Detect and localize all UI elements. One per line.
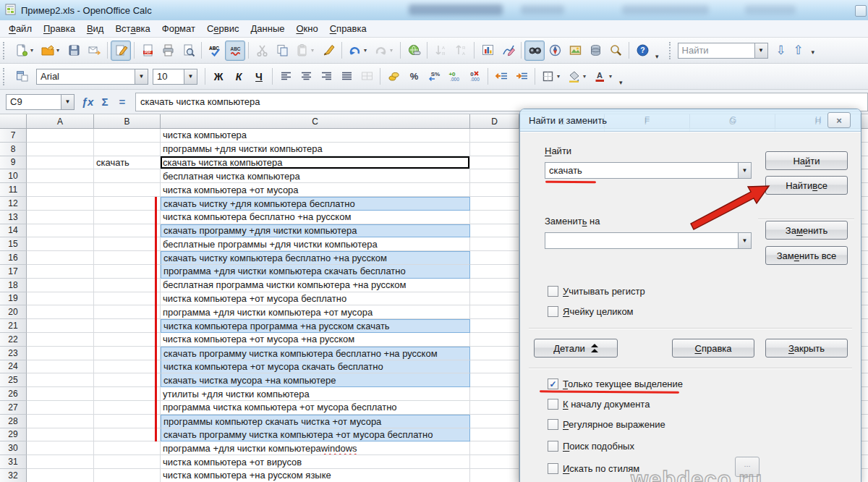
cell-A7[interactable] [27,129,94,143]
cell-A31[interactable] [27,455,94,469]
row-header-17[interactable]: 17 [0,265,27,279]
toolbar-handle[interactable] [3,68,8,85]
menu-окно[interactable]: Окно [290,21,323,36]
chevron-down-icon[interactable]: ▼ [738,163,751,178]
cell-B26[interactable] [94,387,161,401]
row-header-11[interactable]: 11 [0,183,27,197]
font-color-icon[interactable]: A▾ [590,67,616,87]
cell-C25[interactable]: скачать чистка мусора +на компьютере [161,373,470,387]
cell-A11[interactable] [27,183,94,197]
gallery-icon[interactable] [565,41,585,61]
cell-I9[interactable] [861,156,868,170]
cell-C28[interactable]: программы компьютер скачать чистка +от м… [161,415,470,428]
cell-A30[interactable] [27,441,94,455]
row-header-16[interactable]: 16 [0,251,27,265]
row-header-30[interactable]: 30 [0,441,27,455]
cell-B16[interactable] [94,251,161,265]
row-header-29[interactable]: 29 [0,428,27,442]
cell-I26[interactable] [861,387,868,401]
cell-C20[interactable]: программа +для чистки компьютера +от мус… [161,305,470,319]
cell-D7[interactable] [470,129,519,143]
italic-icon[interactable]: К [229,67,249,87]
percent-format-icon[interactable]: % [404,67,424,87]
replace-button[interactable]: Заменить [765,221,848,240]
align-center-icon[interactable] [296,67,316,87]
cell-C14[interactable]: скачать программу +для чистки компьютера [161,224,470,238]
menu-файл[interactable]: Файл [3,21,38,36]
find-button[interactable]: Найти [765,151,848,170]
cell-D31[interactable] [470,455,519,469]
cell-D21[interactable] [470,319,519,333]
cell-I17[interactable] [861,265,868,279]
chevron-down-icon[interactable]: ▼ [754,43,767,58]
replace-input[interactable]: ▼ [545,232,752,249]
cell-D14[interactable] [470,224,519,238]
help-button[interactable]: Справка [672,339,754,358]
cell-A23[interactable] [27,347,94,360]
row-header-20[interactable]: 20 [0,305,27,319]
cell-I28[interactable] [861,415,868,428]
background-color-icon[interactable]: ▾ [564,67,590,87]
row-header-21[interactable]: 21 [0,319,27,333]
find-replace-icon[interactable] [524,41,545,61]
cell-C12[interactable]: скачать чистку +для компьютера бесплатно [161,197,470,211]
row-header-23[interactable]: 23 [0,347,27,360]
dropdown-arrow-icon[interactable]: ▾ [556,73,562,80]
menu-данные[interactable]: Данные [244,21,290,36]
sort-ascending-icon[interactable]: АЯ [430,41,451,61]
cell-I20[interactable] [861,305,868,319]
cell-B15[interactable] [94,237,161,251]
cell-D23[interactable] [470,347,519,360]
row-header-10[interactable]: 10 [0,169,27,183]
sum-icon[interactable]: Σ [96,96,114,108]
cell-I16[interactable] [861,251,868,265]
cell-A15[interactable] [27,237,94,251]
cell-B18[interactable] [94,279,161,292]
cell-C16[interactable]: скачать чистку компьютера бесплатно +на … [161,251,470,265]
checkbox-box[interactable] [548,463,558,474]
cell-I23[interactable] [861,347,868,360]
checkbox-к-началу-документа[interactable]: К началу документа [548,399,650,410]
chevron-down-icon[interactable]: ▼ [61,95,74,109]
cell-B21[interactable] [94,319,161,333]
zoom-icon[interactable] [605,41,626,61]
dropdown-arrow-icon[interactable]: ▾ [388,47,395,54]
toolbar-overflow-icon[interactable]: ▾ [812,48,815,59]
auto-spellcheck-icon[interactable]: ABC [225,41,245,61]
details-button[interactable]: Детали [534,339,618,358]
cell-B8[interactable] [94,143,161,156]
cell-A28[interactable] [27,415,94,428]
checkbox-box[interactable] [548,441,558,452]
cell-D19[interactable] [470,292,519,306]
cell-D26[interactable] [470,387,519,401]
cell-B9[interactable]: скачать [94,156,161,170]
cell-I21[interactable] [861,319,868,333]
cell-D29[interactable] [470,428,519,442]
cell-B19[interactable] [94,292,161,306]
checkbox-поиск-подобных[interactable]: Поиск подобных [548,441,634,452]
cell-B17[interactable] [94,265,161,279]
checkbox-box[interactable] [548,399,558,410]
standard-format-icon[interactable]: S% [424,67,444,87]
window-control-button[interactable] [855,5,867,17]
cell-A13[interactable] [27,211,94,224]
cell-C7[interactable]: чистка компьютера [161,129,470,143]
cell-C8[interactable]: программы +для чистки компьютера [161,143,470,156]
print-icon[interactable] [158,41,178,61]
row-header-15[interactable]: 15 [0,237,27,251]
cell-D11[interactable] [470,183,519,197]
navigator-icon[interactable] [545,41,565,61]
checkbox-искать-по-стилям[interactable]: Искать по стилям [548,463,639,474]
cell-C32[interactable]: чистка компьютера +на русском языке [161,469,470,482]
cell-I18[interactable] [861,279,868,292]
row-header-19[interactable]: 19 [0,292,27,306]
cell-D25[interactable] [470,373,519,387]
cell-D16[interactable] [470,251,519,265]
find-all-button[interactable]: Найти все [765,176,848,195]
menu-вид[interactable]: Вид [81,21,110,36]
column-header-B[interactable]: B [94,114,161,129]
find-previous-icon[interactable]: ⇧ [790,43,807,58]
save-icon[interactable] [64,41,84,61]
spellcheck-icon[interactable]: ABC [205,41,225,61]
close-button[interactable]: Закрыть [765,339,848,358]
